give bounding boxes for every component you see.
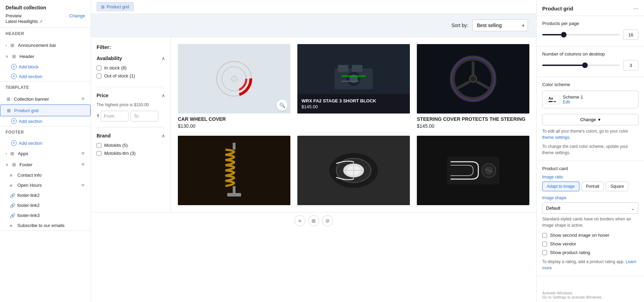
ratio-adapt-button[interactable]: Adapt to image — [542, 182, 579, 191]
product-card-section: Product card Image ratio Adapt to image … — [537, 161, 644, 276]
image-shape-select-wrap: Default Arch Blob Chevron Diamond Parall… — [542, 202, 638, 214]
slider-thumb[interactable] — [561, 32, 567, 37]
layout-icon: ⊞ — [11, 162, 17, 167]
template-section-label: Template — [0, 82, 91, 93]
card-overlay-2: WRX FA2 STAGE 3 SHORT BLOCK $145.00 — [297, 94, 410, 114]
price-to-input[interactable] — [131, 111, 158, 121]
show-vendor-checkbox[interactable] — [542, 242, 547, 246]
svg-point-2 — [231, 76, 237, 82]
layout-icon: ⊞ — [10, 42, 15, 48]
filter-toggle-icon[interactable]: ∧ — [162, 56, 165, 61]
columns-desktop-value[interactable]: 3 — [623, 60, 638, 70]
add-header-section-button[interactable]: + Add section — [0, 72, 91, 81]
product-card-6[interactable] — [417, 136, 529, 205]
scheme-change-button[interactable]: Change ▾ — [542, 114, 638, 125]
filter-title: Filter: — [97, 44, 165, 50]
instock-checkbox[interactable] — [97, 66, 101, 70]
products-per-page-value[interactable]: 16 — [623, 30, 638, 40]
toolbar-btn-1[interactable]: ≡ — [294, 215, 305, 226]
product-search-button-1[interactable]: 🔍 — [276, 100, 288, 111]
filter-price-toggle-icon[interactable]: ∧ — [162, 93, 165, 98]
eye-icon[interactable]: 👁 — [81, 162, 85, 167]
sort-select[interactable]: Best selling Price: Low to High Price: H… — [472, 19, 528, 31]
show-vendor-row: Show vendor — [542, 241, 638, 246]
slider-thumb[interactable] — [582, 62, 588, 68]
svg-rect-7 — [352, 65, 362, 72]
sidebar-item-footer-link3[interactable]: 🔗 footer-link3 — [0, 210, 91, 220]
wheel-cover-image — [213, 58, 255, 100]
filter-brand-toggle-icon[interactable]: ∧ — [162, 133, 165, 139]
price-from-input[interactable] — [101, 111, 129, 121]
sidebar-item-footer-link2a[interactable]: 🔗 footer-link2 — [0, 190, 91, 200]
sidebar-item-collection-banner[interactable]: ⊞ Collection banner 👁 — [0, 93, 91, 104]
footer-section-label: Footer — [0, 126, 91, 138]
show-second-image-label: Show second image on hover — [550, 233, 609, 238]
products-per-page-slider[interactable] — [542, 34, 620, 35]
outofstock-label: Out of stock (1) — [104, 73, 135, 78]
product-card-5[interactable] — [297, 136, 410, 205]
scheme-card-1[interactable]: Aa Scheme 1 Edit — [542, 91, 638, 108]
sidebar-item-subscribe[interactable]: ≡ Subscribe to our emails — [0, 220, 91, 230]
show-second-image-checkbox[interactable] — [542, 233, 547, 238]
sidebar-item-open-hours[interactable]: ≡ Open Hours 👁 — [0, 180, 91, 190]
motokits-checkbox[interactable] — [97, 143, 101, 148]
motokits-ttm-checkbox[interactable] — [97, 151, 101, 156]
product-card-2[interactable]: WRX FA2 STAGE 3 SHORT BLOCK $145.00 — [297, 44, 410, 129]
product-card-4[interactable] — [178, 136, 290, 205]
scheme-aa-text: Aa — [548, 97, 553, 100]
more-options-button[interactable]: ··· — [633, 5, 638, 12]
engine-image — [331, 61, 376, 96]
sidebar-item-announcement-bar[interactable]: › ⊞ Announcement bar — [0, 40, 91, 51]
eye-icon[interactable]: 👁 — [81, 97, 85, 101]
image-shape-select[interactable]: Default Arch Blob Chevron Diamond Parall… — [542, 202, 638, 214]
image-shape-group: Image shape Default Arch Blob Chevron Di… — [542, 195, 638, 228]
outofstock-checkbox[interactable] — [97, 74, 101, 78]
filter-panel: Filter: Availability ∧ In stock (8) — [91, 37, 171, 212]
sidebar-item-product-grid[interactable]: ⊞ Product grid — [0, 104, 91, 116]
motokits-label: Motokits (5) — [104, 143, 128, 148]
sidebar-item-label: Product grid — [14, 108, 85, 113]
ratio-portrait-button[interactable]: Portrait — [581, 182, 604, 191]
ratio-square-button[interactable]: Square — [606, 182, 628, 191]
learn-more-link[interactable]: Learn more — [542, 259, 636, 270]
svg-line-15 — [456, 82, 470, 89]
sidebar-item-label: Announcement bar — [18, 43, 85, 48]
add-template-section-button[interactable]: + Add section — [0, 116, 91, 126]
scheme-edit-link[interactable]: Edit — [563, 100, 634, 104]
sidebar-item-contact-info[interactable]: ≡ Contact info — [0, 170, 91, 180]
toolbar-btn-2[interactable]: ⊞ — [308, 215, 319, 226]
activate-title: Activate Windows — [542, 291, 638, 295]
color-scheme-section: Color scheme Aa Scheme 1 Edit Change ▾ — [537, 77, 644, 161]
sidebar-item-label: Apps — [18, 151, 78, 156]
product-card-3[interactable]: STEERING COVER PROTECTS THE STEERING $14… — [417, 44, 529, 129]
tab-label: Product grid — [107, 5, 129, 9]
preview-label: Preview — [6, 13, 22, 18]
sidebar-item-header[interactable]: ∨ ⊞ Header — [0, 51, 91, 62]
product-image-4 — [178, 136, 290, 205]
products-per-page-slider-row: 16 — [542, 30, 638, 40]
list-icon: ≡ — [10, 223, 15, 228]
show-rating-row: Show product rating — [542, 250, 638, 255]
product-image-2: WRX FA2 STAGE 3 SHORT BLOCK $145.00 — [297, 44, 410, 114]
columns-desktop-slider-row: 3 — [542, 60, 638, 70]
show-rating-checkbox[interactable] — [542, 250, 547, 255]
preview-change-link[interactable]: Change — [69, 13, 85, 18]
product-grid-tab[interactable]: ⊞ Product grid — [97, 2, 134, 11]
toolbar-btn-3[interactable]: ⊘ — [322, 215, 333, 226]
chevron-down-icon: ∨ — [6, 162, 8, 167]
sidebar-item-apps[interactable]: › ⊞ Apps 👁 — [0, 148, 91, 159]
currency-symbol: ₹ — [97, 114, 99, 119]
eye-icon[interactable]: 👁 — [81, 151, 85, 156]
product-card-1[interactable]: 🔍 CAR WHEEL COVER $130.00 — [178, 44, 290, 129]
sidebar-item-footer-group[interactable]: ∨ ⊞ Footer 👁 — [0, 159, 91, 170]
eye-icon[interactable]: 👁 — [81, 183, 85, 188]
theme-settings-link[interactable]: theme settings. — [542, 135, 570, 140]
sidebar-item-label: Header — [19, 54, 85, 59]
sort-bar: Sort by: Best selling Price: Low to High… — [91, 14, 536, 37]
columns-desktop-slider[interactable] — [542, 65, 620, 66]
add-footer-section-button[interactable]: + Add section — [0, 138, 91, 148]
add-block-button[interactable]: + Add block — [0, 62, 91, 72]
products-per-page-section: Products per page 16 — [537, 16, 644, 47]
chevron-down-icon: ▾ — [598, 117, 601, 122]
sidebar-item-footer-link2b[interactable]: 🔗 footer-link2 — [0, 200, 91, 210]
